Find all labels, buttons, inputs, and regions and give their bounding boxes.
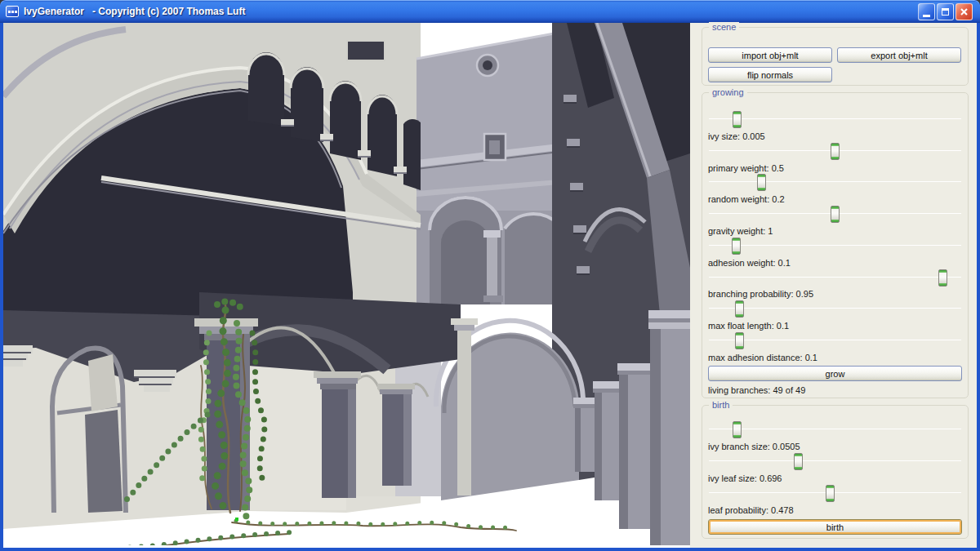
scene-group: scene import obj+mlt export obj+mlt flip… (702, 27, 969, 86)
ivy-branch-size-slider[interactable] (708, 421, 962, 438)
slider-thumb[interactable] (794, 453, 803, 470)
grow-button[interactable]: grow (708, 366, 962, 381)
birth-group-label: birth (709, 400, 733, 411)
slider-track[interactable] (709, 277, 961, 278)
slider-track[interactable] (709, 308, 961, 309)
adhesion-weight-label: adhesion weight: 0.1 (708, 257, 791, 269)
minimize-button[interactable] (918, 3, 935, 20)
slider-track[interactable] (709, 492, 961, 493)
close-icon (960, 7, 969, 16)
import-obj-mlt-button[interactable]: import obj+mlt (708, 47, 832, 63)
random-weight-slider[interactable] (708, 174, 962, 191)
app-icon (6, 6, 19, 17)
flip-normals-button[interactable]: flip normals (708, 67, 832, 82)
adhesion-weight-slider[interactable] (708, 238, 962, 255)
slider-track[interactable] (709, 245, 961, 246)
ivy-leaf-size-label: ivy leaf size: 0.696 (708, 473, 782, 484)
birth-group: birth ivy branch size: 0.0505 ivy leaf s… (702, 405, 969, 539)
max-adhesion-distance-slider[interactable] (708, 332, 962, 349)
birth-button[interactable]: birth (708, 519, 962, 535)
slider-thumb[interactable] (831, 206, 840, 223)
maximize-icon (942, 8, 949, 16)
slider-thumb[interactable] (733, 421, 742, 438)
branching-probability-label: branching probability: 0.95 (708, 288, 813, 300)
slider-track[interactable] (709, 429, 961, 429)
slider-thumb[interactable] (938, 269, 947, 287)
minimize-icon (923, 15, 930, 17)
slider-track[interactable] (709, 181, 961, 182)
ivy-leaf-size-slider[interactable] (708, 453, 962, 470)
export-obj-mlt-button[interactable]: export obj+mlt (837, 47, 961, 63)
slider-thumb[interactable] (733, 111, 742, 128)
slider-thumb[interactable] (735, 332, 744, 349)
primary-weight-label: primary weight: 0.5 (708, 162, 784, 174)
maximize-button[interactable] (937, 3, 954, 20)
ivy-size-slider[interactable] (708, 111, 962, 128)
slider-thumb[interactable] (831, 143, 840, 160)
growing-group: growing ivy size: 0.005 primary weight: … (702, 92, 969, 398)
max-float-length-label: max float length: 0.1 (708, 320, 789, 331)
gravity-weight-slider[interactable] (708, 206, 962, 223)
gravity-weight-label: gravity weight: 1 (708, 225, 773, 237)
slider-track[interactable] (709, 118, 961, 119)
ivy-branch-size-label: ivy branch size: 0.0505 (708, 441, 800, 452)
slider-thumb[interactable] (735, 300, 744, 318)
control-panel: scene import obj+mlt export obj+mlt flip… (690, 23, 977, 548)
window-title: IvyGenerator - Copyright (c) 2007 Thomas… (24, 6, 245, 17)
slider-track[interactable] (709, 340, 961, 340)
leaf-probability-slider[interactable] (708, 485, 962, 502)
slider-thumb[interactable] (757, 174, 766, 191)
scene-group-label: scene (709, 22, 739, 33)
leaf-probability-label: leaf probability: 0.478 (708, 504, 794, 516)
slider-thumb[interactable] (732, 238, 741, 255)
close-button[interactable] (956, 3, 973, 20)
slider-thumb[interactable] (826, 485, 835, 502)
living-branches-status: living branches: 49 of 49 (708, 384, 805, 396)
random-weight-label: random weight: 0.2 (708, 193, 785, 205)
slider-track[interactable] (709, 460, 961, 461)
window-controls (918, 3, 980, 20)
ivy-size-label: ivy size: 0.005 (708, 131, 765, 142)
viewport-3d-render[interactable] (3, 23, 690, 548)
max-float-length-slider[interactable] (708, 300, 962, 318)
ivy-root-marker (235, 518, 238, 521)
upper-window (347, 41, 385, 60)
branching-probability-slider[interactable] (708, 269, 962, 287)
growing-group-label: growing (709, 87, 747, 98)
primary-weight-slider[interactable] (708, 143, 962, 160)
max-adhesion-distance-label: max adhesion distance: 0.1 (708, 352, 817, 363)
app-window: IvyGenerator - Copyright (c) 2007 Thomas… (0, 0, 980, 551)
back-wall (416, 33, 559, 304)
titlebar[interactable]: IvyGenerator - Copyright (c) 2007 Thomas… (0, 0, 980, 23)
